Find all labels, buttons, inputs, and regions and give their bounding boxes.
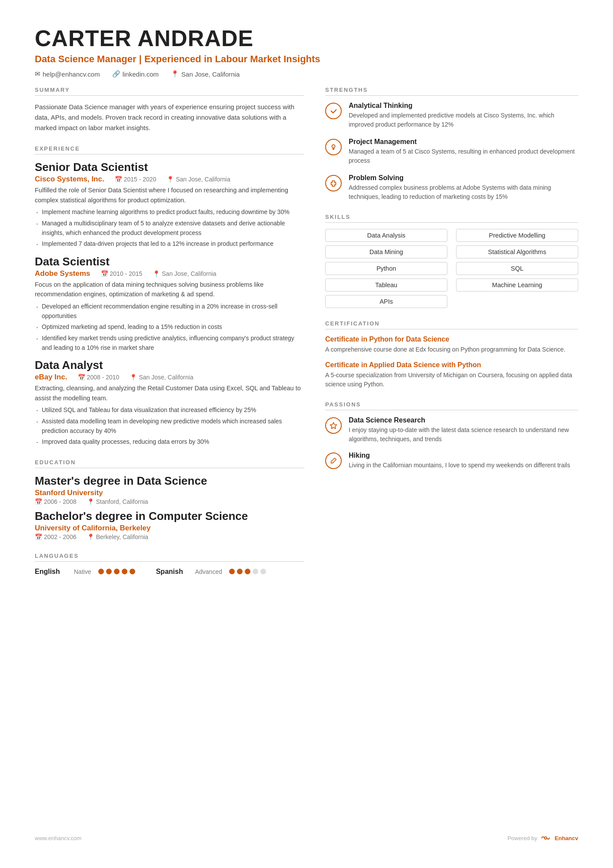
email-icon: ✉: [35, 70, 40, 78]
degree-2-location: 📍 Berkeley, California: [87, 533, 148, 540]
job-2: Data Scientist Adobe Systems 📅 2010 - 20…: [35, 255, 304, 352]
skill-sql: SQL: [456, 262, 578, 275]
calendar-icon: 📅: [115, 176, 122, 183]
job-2-dates: 📅 2010 - 2015: [101, 270, 143, 277]
passion-2-content: Hiking Living in the Californian mountai…: [349, 452, 570, 470]
job-3-company: eBay Inc.: [35, 373, 67, 382]
email-contact: ✉ help@enhancv.com: [35, 70, 100, 78]
degree-1: Master's degree in Data Science Stanford…: [35, 474, 304, 505]
pin-icon-4: 📍: [87, 498, 94, 505]
skills-grid: Data Analysis Predictive Modelling Data …: [325, 229, 578, 308]
experience-label: EXPERIENCE: [35, 145, 304, 154]
strength-1-title: Analytical Thinking: [349, 102, 578, 110]
pin-icon-3: 📍: [130, 374, 137, 381]
left-column: SUMMARY Passionate Data Science manager …: [35, 87, 304, 817]
job-2-bullet-2: Optimized marketing ad spend, leading to…: [35, 322, 304, 332]
job-1-bullet-2: Managed a multidisciplinary team of 5 to…: [35, 219, 304, 238]
degree-1-location: 📍 Stanford, California: [87, 498, 148, 505]
puzzle-icon: [330, 179, 337, 187]
strength-2-icon: [325, 139, 342, 155]
job-2-desc: Focus on the application of data mining …: [35, 280, 304, 299]
degree-2-dates: 📅 2002 - 2006: [35, 533, 77, 540]
job-2-bullets: Developed an efficient recommendation en…: [35, 302, 304, 352]
strength-1-content: Analytical Thinking Developed and implem…: [349, 102, 578, 129]
job-3-dates: 📅 2008 - 2010: [78, 374, 120, 381]
cert-2-title: Certificate in Applied Data Science with…: [325, 361, 578, 369]
degree-2: Bachelor's degree in Computer Science Un…: [35, 509, 304, 540]
passions-label: PASSIONS: [325, 401, 578, 410]
skills-label: SKILLS: [325, 214, 578, 223]
strength-2: Project Management Managed a team of 5 a…: [325, 138, 578, 165]
right-column: STRENGTHS Analytical Thinking Developed …: [325, 87, 578, 817]
language-english-name: English: [35, 568, 70, 576]
pencil-icon: [330, 457, 337, 465]
degree-2-title: Bachelor's degree in Computer Science: [35, 509, 304, 523]
strength-3-content: Problem Solving Addressed complex busine…: [349, 174, 578, 201]
contact-info: ✉ help@enhancv.com 🔗 linkedin.com 📍 San …: [35, 70, 578, 78]
language-spanish-level: Advanced: [195, 568, 222, 575]
location-icon: 📍: [171, 70, 179, 78]
job-1-meta: 📅 2015 - 2020 📍 San Jose, California: [115, 176, 230, 183]
job-1-company: Cisco Systems, Inc.: [35, 175, 104, 184]
job-1-dates: 📅 2015 - 2020: [115, 176, 157, 183]
skill-python: Python: [325, 262, 447, 275]
job-1-bullets: Implement machine learning algorithms to…: [35, 208, 304, 249]
dot-1: [98, 569, 104, 574]
strengths-section: STRENGTHS Analytical Thinking Developed …: [325, 87, 578, 201]
job-3-bullet-1: Utilized SQL and Tableau for data visual…: [35, 406, 304, 415]
passion-2-desc: Living in the Californian mountains, I l…: [349, 461, 570, 470]
skill-machine-learning: Machine Learning: [456, 278, 578, 292]
calendar-icon-3: 📅: [78, 374, 85, 381]
passion-1-desc: I enjoy staying up-to-date with the late…: [349, 426, 578, 444]
passion-2: Hiking Living in the Californian mountai…: [325, 452, 578, 470]
job-1-title: Senior Data Scientist: [35, 161, 304, 174]
skills-section: SKILLS Data Analysis Predictive Modellin…: [325, 214, 578, 308]
degree-2-meta: 📅 2002 - 2006 📍 Berkeley, California: [35, 533, 304, 540]
passion-1-content: Data Science Research I enjoy staying up…: [349, 416, 578, 444]
degree-1-meta: 📅 2006 - 2008 📍 Stanford, California: [35, 498, 304, 505]
passion-1-title: Data Science Research: [349, 416, 578, 424]
cert-1: Certificate in Python for Data Science A…: [325, 335, 578, 354]
job-3-meta: 📅 2008 - 2010 📍 San Jose, California: [78, 374, 193, 381]
svg-marker-1: [330, 422, 336, 429]
link-icon: 🔗: [112, 70, 120, 78]
summary-label: SUMMARY: [35, 87, 304, 96]
check-icon: [330, 107, 337, 115]
job-1-desc: Fulfilled the role of Senior Data Scient…: [35, 185, 304, 205]
dot-s3: [245, 569, 250, 574]
pin-icon: 📍: [167, 176, 174, 183]
certification-section: CERTIFICATION Certificate in Python for …: [325, 320, 578, 389]
strength-3: Problem Solving Addressed complex busine…: [325, 174, 578, 201]
summary-text: Passionate Data Science manager with yea…: [35, 102, 304, 133]
dot-2: [106, 569, 112, 574]
language-spanish-dots: [229, 569, 266, 574]
job-3-bullets: Utilized SQL and Tableau for data visual…: [35, 406, 304, 447]
strength-1: Analytical Thinking Developed and implem…: [325, 102, 578, 129]
footer-powered: Powered by Enhancv: [507, 834, 578, 842]
language-spanish: Spanish Advanced: [156, 568, 266, 576]
job-1: Senior Data Scientist Cisco Systems, Inc…: [35, 161, 304, 249]
degree-1-school: Stanford University: [35, 489, 304, 497]
job-1-bullet-3: Implemented 7 data-driven projects that …: [35, 239, 304, 249]
passions-section: PASSIONS Data Science Research I enjoy s…: [325, 401, 578, 470]
passion-1: Data Science Research I enjoy staying up…: [325, 416, 578, 444]
cert-2: Certificate in Applied Data Science with…: [325, 361, 578, 389]
calendar-icon-5: 📅: [35, 533, 42, 540]
language-english-dots: [98, 569, 135, 574]
degree-1-title: Master's degree in Data Science: [35, 474, 304, 488]
job-2-bullet-1: Developed an efficient recommendation en…: [35, 302, 304, 321]
calendar-icon-2: 📅: [101, 270, 108, 277]
summary-section: SUMMARY Passionate Data Science manager …: [35, 87, 304, 133]
dot-s1: [229, 569, 235, 574]
languages-section: LANGUAGES English Native: [35, 553, 304, 576]
dot-s5: [260, 569, 266, 574]
job-2-title: Data Scientist: [35, 255, 304, 268]
enhancv-logo-icon: [540, 834, 552, 842]
degree-1-dates: 📅 2006 - 2008: [35, 498, 77, 505]
skill-data-mining: Data Mining: [325, 245, 447, 258]
job-1-location: 📍 San Jose, California: [167, 176, 230, 183]
degree-2-school: University of California, Berkeley: [35, 524, 304, 533]
passion-1-icon: [325, 417, 342, 434]
education-section: EDUCATION Master's degree in Data Scienc…: [35, 459, 304, 540]
dot-3: [114, 569, 120, 574]
